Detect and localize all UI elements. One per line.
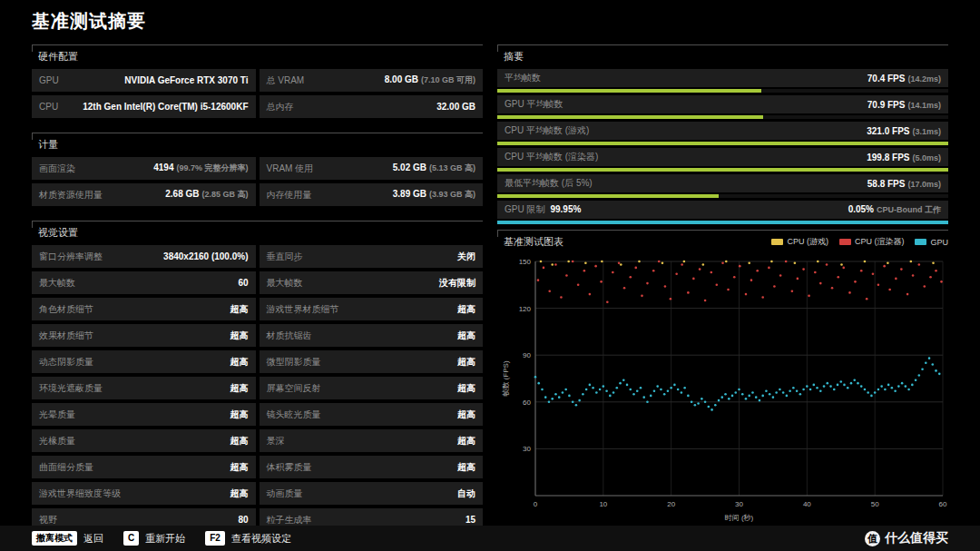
svg-text:帧数 (FPS): 帧数 (FPS) bbox=[502, 360, 510, 396]
setting-label: 镜头眩光质量 bbox=[267, 408, 321, 421]
summary-value: 99.95% bbox=[550, 204, 581, 214]
mem-use-sub: (3.93 GB 高) bbox=[429, 189, 475, 201]
summary-item-gpu-limited: GPU 限制 99.95% 0.05% CPU-Bound 工作 bbox=[497, 201, 948, 224]
setting-row: 游戏世界材质细节超高 bbox=[260, 298, 484, 320]
summary-bar-track bbox=[497, 221, 948, 224]
summary-item-gpu-avg-fps: GPU 平均帧数 70.9 FPS (14.1ms) bbox=[497, 95, 948, 119]
gpu-label: GPU bbox=[39, 75, 59, 85]
chart-section: 基准测试图表 CPU (游戏) CPU (渲染器) GPU 0102030405… bbox=[497, 230, 948, 526]
setting-value: 超高 bbox=[457, 461, 475, 474]
setting-label: 粒子生成率 bbox=[267, 514, 312, 526]
setting-value: 60 bbox=[238, 278, 248, 288]
summary-value: 321.0 FPS bbox=[867, 126, 909, 136]
cpu-bound-label: CPU-Bound 工作 bbox=[877, 204, 941, 216]
summary-label: 平均帧数 bbox=[505, 72, 541, 84]
summary-label: CPU 平均帧数 (游戏) bbox=[505, 124, 589, 137]
setting-value: 超高 bbox=[230, 356, 249, 369]
ram-label: 总内存 bbox=[267, 101, 294, 113]
metrics-section-header: 计量 bbox=[32, 133, 483, 157]
gpu-limited-right-group: 0.05% CPU-Bound 工作 bbox=[848, 204, 941, 216]
setting-value: 超高 bbox=[457, 382, 475, 395]
vram-use-value-group: 5.02 GB (5.13 GB 高) bbox=[393, 162, 475, 174]
hardware-section-header: 硬件配置 bbox=[32, 44, 483, 69]
setting-label: 光椽质量 bbox=[39, 435, 75, 448]
summary-bar-fill bbox=[497, 221, 948, 224]
mem-use-value-group: 3.89 GB (3.93 GB 高) bbox=[393, 189, 475, 201]
summary-label: CPU 平均帧数 (渲染器) bbox=[505, 151, 598, 163]
summary-section-header: 摘要 bbox=[497, 44, 948, 69]
legend-item-gpu: GPU bbox=[915, 238, 948, 247]
svg-text:150: 150 bbox=[519, 258, 532, 266]
setting-label: 景深 bbox=[267, 435, 285, 448]
gpu-value: NVIDIA GeForce RTX 3070 Ti bbox=[124, 75, 248, 85]
footer-action-video-settings[interactable]: F2 查看视频设定 bbox=[205, 531, 291, 546]
setting-value: 超高 bbox=[230, 461, 249, 474]
setting-row: 效果材质细节超高 bbox=[32, 324, 256, 347]
vram-value: 8.00 GB bbox=[385, 74, 418, 84]
summary-item-lowest-fps: 最低平均帧数 (后 5%) 58.8 FPS (17.0ms) bbox=[497, 174, 948, 198]
legend-swatch-red bbox=[839, 239, 851, 245]
footer-action-back[interactable]: 撤离模式 返回 bbox=[32, 531, 103, 546]
svg-text:时间 (秒): 时间 (秒) bbox=[725, 514, 754, 522]
setting-row: 镜头眩光质量超高 bbox=[260, 403, 484, 426]
svg-text:20: 20 bbox=[667, 500, 675, 508]
metrics-row-render: 画面渲染 4194 (99.7% 完整分辨率) bbox=[32, 157, 256, 180]
summary-label: GPU 平均帧数 bbox=[505, 98, 563, 111]
setting-row: 屏幕空间反射超高 bbox=[260, 377, 484, 399]
summary-value: 70.4 FPS bbox=[867, 74, 906, 84]
chart-legend: CPU (游戏) CPU (渲染器) GPU bbox=[771, 236, 948, 248]
setting-row: 游戏世界细致度等级超高 bbox=[32, 482, 256, 505]
summary-value-group: 70.9 FPS (14.1ms) bbox=[867, 100, 941, 110]
summary-item-avg-fps: 平均帧数 70.4 FPS (14.2ms) bbox=[497, 69, 948, 93]
benchmark-chart-svg: 0102030405060306090120150帧数 (FPS)时间 (秒) bbox=[497, 254, 948, 526]
setting-label: 视野 bbox=[39, 514, 57, 526]
summary-sub: (17.0ms) bbox=[907, 180, 941, 189]
setting-row: 角色材质细节超高 bbox=[32, 298, 256, 320]
setting-row: 光椽质量超高 bbox=[32, 429, 256, 452]
chart-title: 基准测试图表 bbox=[504, 235, 564, 249]
legend-label: CPU (游戏) bbox=[787, 236, 828, 248]
setting-value: 超高 bbox=[230, 408, 249, 421]
benchmark-summary-screen: 基准测试摘要 硬件配置 GPU NVIDIA GeForce RTX 3070 … bbox=[0, 0, 980, 546]
summary-value: 58.8 FPS bbox=[867, 179, 906, 189]
summary-item-cpu-sim-fps: CPU 平均帧数 (游戏) 321.0 FPS (3.1ms) bbox=[497, 122, 948, 145]
setting-label: 环境光遮蔽质量 bbox=[39, 382, 103, 395]
page-title: 基准测试摘要 bbox=[32, 9, 948, 34]
footer-bar: 撤离模式 返回 C 重新开始 F2 查看视频设定 值 什么值得买 bbox=[0, 526, 980, 551]
svg-text:50: 50 bbox=[871, 500, 879, 508]
setting-row: 最大帧数没有限制 bbox=[260, 271, 484, 294]
svg-text:30: 30 bbox=[735, 500, 743, 508]
gpu-limited-left-group: GPU 限制 99.95% bbox=[505, 203, 581, 216]
summary-bar-track bbox=[497, 142, 948, 145]
legend-label: GPU bbox=[930, 238, 948, 247]
setting-label: 动态阴影质量 bbox=[39, 356, 93, 369]
cpu-label: CPU bbox=[39, 102, 58, 112]
setting-label: 动画质量 bbox=[267, 487, 303, 500]
visual-settings-section: 视觉设置 窗口分辨率调整3840x2160 (100.0%) 垂直同步关闭 最大… bbox=[32, 221, 483, 531]
setting-label: 屏幕空间反射 bbox=[267, 382, 321, 395]
mem-use-value: 3.89 GB bbox=[393, 189, 426, 199]
c-key-badge: C bbox=[123, 531, 139, 546]
esc-key-badge: 撤离模式 bbox=[32, 531, 77, 546]
svg-text:90: 90 bbox=[523, 351, 531, 359]
summary-item-cpu-render-fps: CPU 平均帧数 (渲染器) 199.8 FPS (5.0ms) bbox=[497, 148, 948, 172]
summary-value-group: 321.0 FPS (3.1ms) bbox=[867, 126, 941, 136]
legend-item-cpu-render: CPU (渲染器) bbox=[839, 236, 905, 248]
setting-label: 角色材质细节 bbox=[39, 303, 93, 316]
f2-key-badge: F2 bbox=[205, 531, 225, 546]
summary-bar-track bbox=[497, 89, 948, 93]
tex-use-label: 材质资源使用量 bbox=[39, 189, 103, 202]
hardware-grid: GPU NVIDIA GeForce RTX 3070 Ti 总 VRAM 8.… bbox=[32, 69, 483, 118]
summary-bar-fill bbox=[497, 89, 761, 93]
metrics-row-vram-use: VRAM 使用 5.02 GB (5.13 GB 高) bbox=[260, 157, 484, 180]
summary-value-group: 199.8 FPS (5.0ms) bbox=[867, 153, 941, 162]
setting-label: 游戏世界材质细节 bbox=[267, 303, 339, 316]
setting-row: 材质抗锯齿超高 bbox=[260, 324, 484, 347]
summary-bar-track bbox=[497, 194, 948, 198]
setting-label: 游戏世界细致度等级 bbox=[39, 487, 121, 500]
footer-action-restart[interactable]: C 重新开始 bbox=[123, 531, 185, 546]
back-label: 返回 bbox=[83, 532, 103, 546]
watermark-text: 什么值得买 bbox=[885, 530, 948, 546]
cpu-value: 12th Gen Intel(R) Core(TM) i5-12600KF bbox=[83, 102, 248, 112]
setting-value: 超高 bbox=[230, 303, 249, 316]
